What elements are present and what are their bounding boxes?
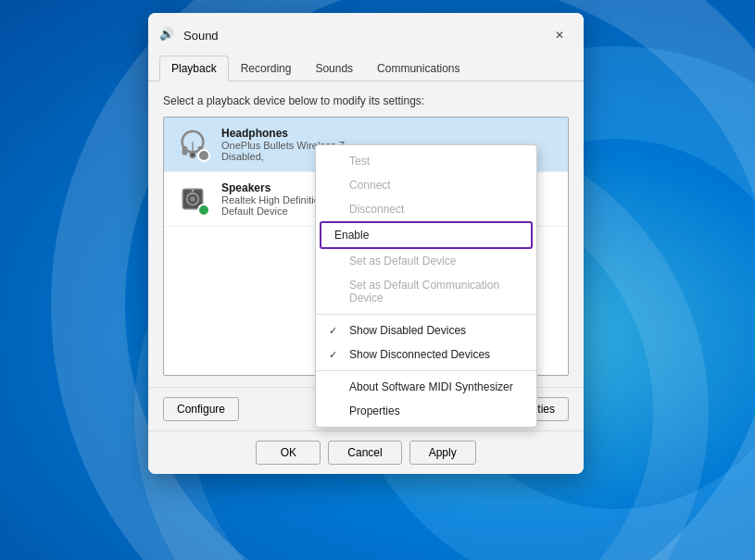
ctx-set-default-comm[interactable]: Set as Default Communication Device xyxy=(316,273,536,310)
apply-button[interactable]: Apply xyxy=(409,441,476,465)
ctx-show-disconnected-label: Show Disconnected Devices xyxy=(349,348,490,361)
ctx-properties[interactable]: Properties xyxy=(316,399,536,423)
title-bar: 🔊 Sound ✕ xyxy=(148,13,584,56)
ctx-enable-label: Enable xyxy=(334,229,369,242)
svg-point-7 xyxy=(190,196,195,201)
headphones-name: Headphones xyxy=(221,127,559,140)
tab-bar: Playback Recording Sounds Communications xyxy=(148,56,584,81)
ctx-separator-2 xyxy=(316,370,536,371)
ctx-disconnect[interactable]: Disconnect xyxy=(316,197,536,221)
context-menu: Test Connect Disconnect Enable Set as De… xyxy=(315,144,537,428)
ctx-disconnect-label: Disconnect xyxy=(349,203,404,216)
headphones-device-icon xyxy=(173,125,212,164)
cancel-button[interactable]: Cancel xyxy=(328,441,401,465)
svg-rect-1 xyxy=(182,146,188,156)
ctx-connect[interactable]: Connect xyxy=(316,173,536,197)
tab-recording[interactable]: Recording xyxy=(229,56,304,81)
ctx-about-midi-label: About Software MIDI Synthesizer xyxy=(349,380,513,393)
ctx-show-disabled-label: Show Disabled Devices xyxy=(349,324,466,337)
speakers-device-icon xyxy=(173,180,212,218)
ctx-show-disconnected-check: ✓ xyxy=(329,349,337,361)
ctx-show-disabled[interactable]: ✓ Show Disabled Devices xyxy=(316,318,536,342)
ctx-show-disconnected[interactable]: ✓ Show Disconnected Devices xyxy=(316,342,536,367)
ctx-set-default-comm-label: Set as Default Communication Device xyxy=(349,279,522,305)
ctx-about-midi[interactable]: About Software MIDI Synthesizer xyxy=(316,375,536,399)
ctx-test-label: Test xyxy=(349,155,370,168)
svg-point-8 xyxy=(192,190,195,193)
ctx-set-default-label: Set as Default Device xyxy=(349,255,456,268)
ok-cancel-bar: OK Cancel Apply xyxy=(148,430,584,474)
ctx-set-default[interactable]: Set as Default Device xyxy=(316,249,536,273)
instruction-text: Select a playback device below to modify… xyxy=(163,94,569,107)
close-button[interactable]: ✕ xyxy=(547,22,573,48)
tab-sounds[interactable]: Sounds xyxy=(303,56,365,81)
configure-button[interactable]: Configure xyxy=(163,397,239,421)
dialog-title: Sound xyxy=(183,29,547,43)
ctx-connect-label: Connect xyxy=(349,179,391,192)
ctx-enable[interactable]: Enable xyxy=(320,221,533,249)
ok-button[interactable]: OK xyxy=(256,441,321,465)
ctx-show-disabled-check: ✓ xyxy=(329,325,337,337)
ctx-properties-label: Properties xyxy=(349,404,400,417)
sound-icon: 🔊 xyxy=(159,27,176,44)
speakers-status-badge xyxy=(197,204,210,217)
ctx-test[interactable]: Test xyxy=(316,149,536,173)
tab-playback[interactable]: Playback xyxy=(159,56,229,81)
headphones-status-badge xyxy=(197,149,210,162)
svg-point-3 xyxy=(190,153,195,158)
tab-communications[interactable]: Communications xyxy=(365,56,472,81)
ctx-separator-1 xyxy=(316,314,536,315)
